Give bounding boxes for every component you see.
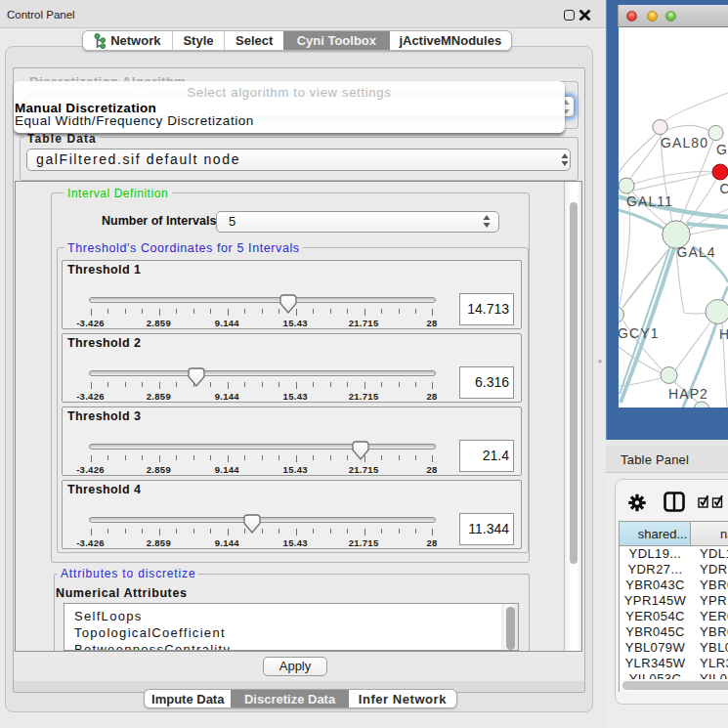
svg-text:GAL4: GAL4 xyxy=(677,244,716,260)
svg-text:HAP2: HAP2 xyxy=(668,386,708,402)
svg-text:CY: CY xyxy=(720,181,728,196)
svg-text:GAL80: GAL80 xyxy=(661,135,708,150)
svg-text:GAL11: GAL11 xyxy=(626,193,673,209)
svg-text:HA: HA xyxy=(719,326,728,342)
svg-text:GCY1: GCY1 xyxy=(619,325,660,341)
svg-text:GA: GA xyxy=(716,142,728,157)
